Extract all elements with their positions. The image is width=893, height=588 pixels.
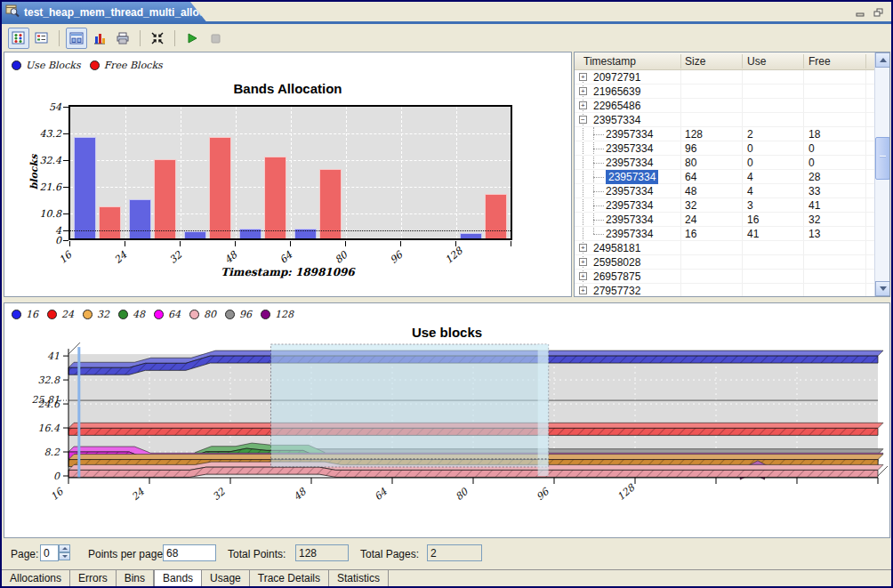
use-bar-128[interactable]: [460, 233, 482, 238]
view-tab[interactable]: test_heap_mem_thread_multi_alloc ✕: [2, 2, 208, 24]
minimize-icon[interactable]: [856, 5, 866, 21]
expand-icon[interactable]: +: [579, 286, 587, 294]
tab-allocations[interactable]: Allocations: [2, 570, 70, 586]
use-cell: 2: [747, 127, 753, 141]
x-tick-mark: [235, 241, 236, 246]
use-bar-32[interactable]: [184, 231, 206, 238]
points-per-page-input[interactable]: 68: [163, 544, 216, 561]
tab-bands[interactable]: Bands: [154, 570, 202, 586]
tab-statistics[interactable]: Statistics: [329, 570, 389, 586]
table-row[interactable]: −23957334: [575, 113, 875, 127]
spinner-down-icon[interactable]: [59, 552, 70, 560]
page-spinner[interactable]: [59, 544, 70, 561]
tree-guide-stub: [593, 191, 604, 192]
stop-icon[interactable]: [205, 28, 226, 49]
table-row[interactable]: +21965639: [575, 85, 875, 99]
tab-errors[interactable]: Errors: [70, 570, 117, 586]
free-bar-48[interactable]: [264, 157, 286, 238]
expand-icon[interactable]: +: [579, 244, 587, 252]
use-cell: 4: [747, 170, 753, 184]
spinner-up-icon[interactable]: [59, 544, 70, 552]
tab-usage[interactable]: Usage: [202, 570, 250, 586]
free-bar-24[interactable]: [154, 159, 176, 238]
free-bar-64[interactable]: [319, 169, 342, 238]
timestamp-cell: 23957334: [606, 156, 653, 170]
scroll-down-icon[interactable]: [875, 281, 890, 296]
bar-chart-icon[interactable]: [89, 28, 110, 49]
fit-to-window-icon[interactable]: [147, 28, 168, 49]
expand-icon[interactable]: +: [579, 258, 587, 266]
table-row[interactable]: 23957334164113: [575, 227, 875, 241]
free-cell: 18: [809, 127, 820, 141]
expand-icon[interactable]: +: [579, 73, 587, 81]
column-header-timestamp[interactable]: Timestamp: [583, 55, 636, 68]
bands-plot-area[interactable]: [69, 106, 511, 239]
expand-icon[interactable]: +: [579, 272, 587, 280]
run-icon[interactable]: [181, 28, 203, 49]
y-tick-label: 32.4: [40, 155, 62, 166]
tab-bins[interactable]: Bins: [117, 570, 154, 586]
free-bar-16[interactable]: [99, 206, 121, 238]
size-cell: 24: [685, 213, 696, 227]
table-row[interactable]: +27957732: [575, 284, 875, 297]
table-row[interactable]: 2395733448433: [575, 184, 875, 198]
timestamp-cell: 23957334: [593, 113, 640, 127]
free-bar-32[interactable]: [209, 137, 231, 238]
y-tick-label: 54: [49, 101, 61, 113]
bar-group-24: [125, 107, 181, 238]
column-header-free[interactable]: Free: [809, 55, 831, 68]
timestamp-cell: 21965639: [593, 85, 640, 99]
table-row[interactable]: +22965486: [575, 99, 875, 113]
bands-legend-item: Use Blocks: [12, 60, 81, 71]
scrollbar-thumb[interactable]: [875, 137, 890, 180]
toolbar-separator: [140, 30, 141, 46]
table-row[interactable]: 239573349600: [575, 141, 875, 156]
table-row[interactable]: +25958028: [575, 255, 875, 270]
table-row[interactable]: +20972791: [575, 70, 875, 85]
print-icon[interactable]: [112, 28, 133, 49]
table-row[interactable]: +24958181: [575, 241, 875, 255]
bottom-tab-bar: AllocationsErrorsBinsBandsUsageTrace Det…: [2, 569, 891, 586]
use-cell: 0: [747, 141, 753, 156]
expand-icon[interactable]: +: [579, 87, 587, 95]
table-scrollbar[interactable]: [874, 52, 889, 296]
header-separator: [742, 54, 743, 68]
restore-icon[interactable]: [873, 5, 884, 21]
table-row[interactable]: 23957334241632: [575, 213, 875, 227]
tab-trace-details[interactable]: Trace Details: [250, 570, 329, 586]
free-cell: 28: [809, 170, 820, 184]
timestamp-cell: 25958028: [593, 255, 640, 270]
expand-icon[interactable]: +: [579, 101, 587, 109]
bands-legend-swatch-icon: [90, 60, 100, 70]
size-cell: 64: [685, 170, 696, 184]
use-cell: 41: [747, 227, 759, 241]
column-header-size[interactable]: Size: [685, 55, 705, 68]
collapse-icon[interactable]: −: [579, 116, 587, 124]
table-row[interactable]: 2395733464428: [575, 170, 875, 184]
use-bar-24[interactable]: [129, 199, 151, 238]
table-row[interactable]: +26957875: [575, 270, 875, 284]
toolbar-separator: [59, 30, 60, 46]
table-header[interactable]: TimestampSizeUseFree: [575, 52, 875, 70]
y-tick-mark: [63, 107, 68, 108]
bands-x-axis-label: Timestamp: 18981096: [4, 266, 571, 278]
page-value-box[interactable]: 0: [40, 544, 59, 561]
use-bar-16[interactable]: [74, 137, 96, 238]
table-row[interactable]: 239573348000: [575, 156, 875, 170]
total-pages-label: Total Pages:: [360, 548, 419, 560]
selection-region[interactable]: [271, 344, 549, 467]
bands-y-axis-label: blocks: [28, 155, 40, 190]
grid-view-icon[interactable]: [8, 28, 29, 49]
table-row[interactable]: 2395733432341: [575, 198, 875, 213]
scroll-up-icon[interactable]: [875, 52, 890, 68]
y-tick-label: 32.8: [38, 375, 60, 386]
size-cell: 96: [685, 141, 696, 156]
x-tick-label: 24: [112, 249, 129, 266]
chart-window-icon[interactable]: [66, 28, 87, 49]
list-view-icon[interactable]: [31, 28, 52, 49]
column-header-use[interactable]: Use: [747, 55, 766, 68]
timestamp-cell: 26957875: [593, 270, 640, 284]
table-row[interactable]: 23957334128218: [575, 127, 875, 141]
use-plot-area[interactable]: 4132.824.616.48.2025.8116243248648096128: [4, 303, 889, 517]
free-bar-128[interactable]: [485, 194, 507, 238]
